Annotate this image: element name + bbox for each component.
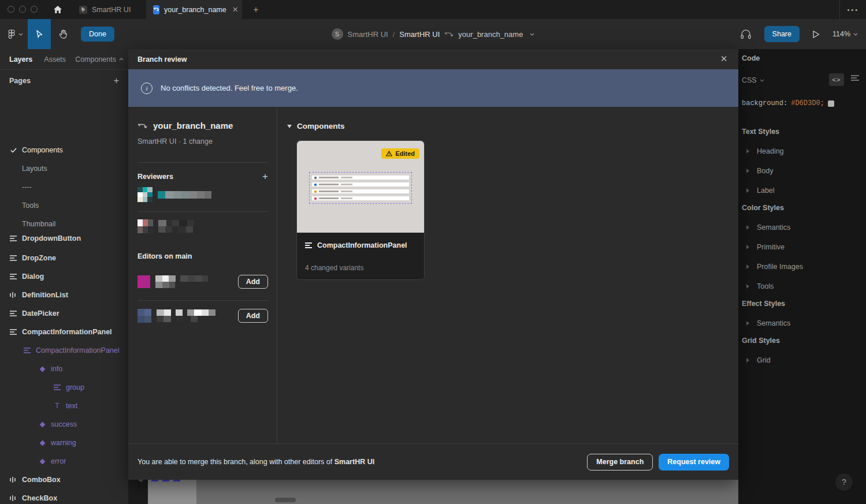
layer-text[interactable]: T text: [0, 397, 128, 415]
page-item-components[interactable]: Components: [0, 141, 128, 159]
page-selector-label: Components: [75, 55, 116, 64]
add-editor-button[interactable]: Add: [238, 309, 268, 323]
layer-dialog[interactable]: Dialog: [0, 267, 128, 286]
request-review-button[interactable]: Request review: [659, 454, 729, 471]
help-button[interactable]: ?: [835, 473, 853, 491]
layer-dropzone[interactable]: DropZone: [0, 249, 128, 267]
canvas[interactable]: 450: [128, 480, 738, 504]
page-item-layouts[interactable]: Layouts: [0, 160, 128, 177]
done-button[interactable]: Done: [81, 27, 114, 42]
tab-your-branch-name[interactable]: your_branch_name ✕: [146, 0, 242, 19]
zoom-level-value: 114%: [832, 30, 850, 38]
disclosure-caret-icon[interactable]: [746, 284, 749, 289]
style-item-effect-semantics[interactable]: Semantics: [746, 319, 790, 327]
merge-permission-text: You are able to merge this branch, along…: [137, 458, 374, 466]
page-item-tools[interactable]: Tools: [0, 197, 128, 214]
style-item-label[interactable]: Label: [746, 186, 775, 195]
page-item-thumbnail[interactable]: Thumbnail: [0, 215, 128, 233]
code-options-icon[interactable]: [851, 74, 859, 81]
window-zoom-button[interactable]: [31, 6, 38, 13]
css-property: background:: [742, 99, 787, 107]
disclosure-caret-icon[interactable]: [746, 245, 749, 249]
horizontal-scrollbar[interactable]: [275, 498, 296, 502]
layer-group[interactable]: group: [0, 378, 128, 397]
add-page-icon[interactable]: +: [114, 76, 119, 86]
org-avatar[interactable]: S: [332, 28, 343, 40]
add-editor-button[interactable]: Add: [238, 275, 268, 289]
disclosure-caret-icon[interactable]: [746, 264, 749, 269]
components-section-header[interactable]: Components: [287, 122, 345, 130]
tab-layers[interactable]: Layers: [9, 55, 32, 64]
merge-branch-button[interactable]: Merge branch: [587, 454, 653, 471]
section-color-styles: Color Styles: [742, 204, 784, 212]
disclosure-caret-icon[interactable]: [746, 358, 749, 363]
page-selector[interactable]: Components: [75, 55, 124, 64]
layer-combobox[interactable]: ComboBox: [0, 471, 128, 489]
style-label: Primitive: [757, 243, 785, 251]
style-item-tools[interactable]: Tools: [746, 282, 774, 290]
layer-checkbox[interactable]: CheckBox: [0, 489, 128, 504]
css-code-line[interactable]: background: #D6D3D0;: [742, 99, 834, 107]
layer-compactinformationpanel[interactable]: CompactInformationPanel: [0, 323, 128, 341]
overflow-menu-button[interactable]: •••: [847, 0, 859, 19]
tab-smarthr-ui[interactable]: SmartHR UI: [72, 0, 146, 19]
style-item-primitive[interactable]: Primitive: [746, 243, 785, 251]
variant-preview: [309, 172, 412, 204]
disclosure-caret-icon[interactable]: [746, 169, 749, 173]
new-tab-button[interactable]: +: [250, 3, 262, 16]
hand-icon: [59, 29, 68, 39]
disclosure-caret-icon[interactable]: [746, 225, 749, 230]
share-button[interactable]: Share: [764, 26, 800, 42]
layer-definitionlist[interactable]: DefinitionList: [0, 286, 128, 304]
main-menu-button[interactable]: [5, 19, 27, 49]
style-item-body[interactable]: Body: [746, 167, 774, 175]
layer-dropdownbutton[interactable]: DropdownButton: [0, 234, 128, 248]
home-button[interactable]: [50, 0, 66, 19]
layer-variant-success[interactable]: success: [0, 415, 128, 434]
layer-compactinformationpanel-set[interactable]: CompactInformationPanel: [0, 341, 128, 360]
style-item-heading[interactable]: Heading: [746, 147, 784, 155]
reviewers-header: Reviewers +: [137, 171, 268, 182]
toolbar-right-cluster: Share 114%: [740, 19, 858, 49]
hand-tool-button[interactable]: [52, 19, 74, 49]
breadcrumb-branch[interactable]: your_branch_name: [458, 30, 523, 39]
window-minimize-button[interactable]: [19, 6, 26, 13]
breadcrumb-org[interactable]: SmartHR UI: [348, 30, 388, 39]
window-tab-bar: SmartHR UI your_branch_name ✕ + •••: [0, 0, 866, 19]
check-icon: [10, 148, 18, 153]
breadcrumb-file[interactable]: SmartHR UI: [399, 30, 440, 39]
close-icon[interactable]: ✕: [716, 51, 731, 66]
changed-component-card[interactable]: Edited CompactInformationPanel 4 changed: [296, 140, 425, 280]
style-item-semantics[interactable]: Semantics: [746, 223, 790, 232]
code-view-toggle-icon[interactable]: <>: [829, 73, 844, 86]
layer-datepicker[interactable]: DatePicker: [0, 304, 128, 323]
disclosure-caret-icon[interactable]: [746, 188, 749, 193]
audio-headphones-icon[interactable]: [740, 29, 752, 40]
layer-variant-error[interactable]: error: [0, 452, 128, 471]
style-item-profile-images[interactable]: Profile Images: [746, 263, 803, 271]
layer-variant-warning[interactable]: warning: [0, 434, 128, 452]
layer-label: CheckBox: [22, 494, 57, 502]
color-swatch: [828, 100, 834, 107]
layers-panel: Layers Assets Components Pages + Compone…: [0, 49, 128, 504]
add-reviewer-icon[interactable]: +: [262, 171, 268, 182]
divider: [137, 211, 268, 212]
tab-assets[interactable]: Assets: [44, 55, 66, 64]
page-item-separator[interactable]: ----: [0, 178, 128, 196]
banner-text: No conflicts detected. Feel free to merg…: [161, 84, 298, 92]
chevron-down-icon[interactable]: [530, 33, 534, 36]
move-tool-button[interactable]: [28, 19, 51, 49]
window-close-button[interactable]: [8, 6, 14, 13]
tab-close-icon[interactable]: ✕: [232, 5, 239, 14]
css-dropdown[interactable]: CSS: [742, 76, 764, 84]
style-item-grid[interactable]: Grid: [746, 356, 771, 364]
layer-variant-info[interactable]: info: [0, 360, 128, 378]
reviewer-row: [137, 187, 268, 202]
disclosure-caret-icon[interactable]: [746, 149, 749, 154]
tab-label: your_branch_name: [164, 6, 226, 14]
canvas-artboard-edge: [148, 480, 196, 504]
present-play-icon[interactable]: [812, 30, 820, 39]
disclosure-caret-icon[interactable]: [746, 321, 749, 326]
zoom-level-dropdown[interactable]: 114%: [832, 30, 858, 38]
bars-icon: [9, 476, 17, 483]
